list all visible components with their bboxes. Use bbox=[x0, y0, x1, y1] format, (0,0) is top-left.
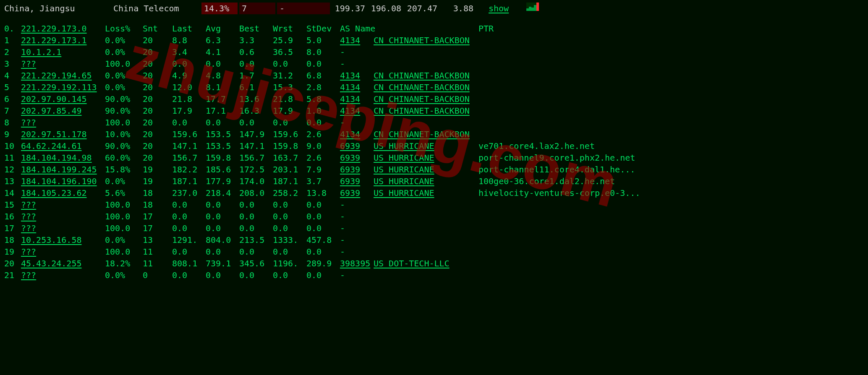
hop-as-name[interactable]: CN CHINANET-BACKBON bbox=[374, 93, 478, 105]
hop-as[interactable]: 398395 bbox=[340, 258, 374, 269]
hop-wrst: 187.1 bbox=[273, 175, 306, 187]
hop-as-name[interactable]: CN CHINANET-BACKBON bbox=[374, 81, 478, 93]
hop-snt: 20 bbox=[143, 152, 172, 164]
hop-avg: 17.1 bbox=[206, 105, 239, 117]
hop-snt: 20 bbox=[143, 128, 172, 140]
location-label: China, Jiangsu bbox=[4, 3, 113, 14]
hop-ip-link[interactable]: ??? bbox=[21, 211, 105, 222]
hop-as-name[interactable]: CN CHINANET-BACKBON bbox=[374, 70, 478, 81]
hop-as-name[interactable]: CN CHINANET-BACKBON bbox=[374, 105, 478, 117]
hop-ip-link[interactable]: ??? bbox=[21, 246, 105, 258]
hop-best: 6.1 bbox=[239, 81, 273, 93]
hop-as-name[interactable]: US HURRICANE bbox=[374, 175, 478, 187]
hop-last: 156.7 bbox=[172, 152, 206, 164]
hop-as[interactable]: 4134 bbox=[340, 81, 374, 93]
hop-ip-link[interactable]: 10.253.16.58 bbox=[21, 234, 105, 246]
hop-best: 213.5 bbox=[239, 234, 273, 246]
hop-ip-link[interactable]: 221.229.194.65 bbox=[21, 70, 105, 81]
col-avg: Avg bbox=[206, 23, 239, 34]
isp-label: China Telecom bbox=[113, 3, 201, 14]
hop-loss: 10.0% bbox=[105, 128, 143, 140]
hop-index: 21 bbox=[4, 269, 21, 281]
hop-wrst: 0.0 bbox=[273, 246, 306, 258]
hop-snt: 13 bbox=[143, 234, 172, 246]
hop-ip-link[interactable]: 202.97.85.49 bbox=[21, 105, 105, 117]
hop-ptr: 100ge0-36.core1.dal2.he.net bbox=[478, 175, 864, 187]
hop-index: 4 bbox=[4, 70, 21, 81]
col-wrst: Wrst bbox=[273, 23, 306, 34]
hop-ip-link[interactable]: 184.105.23.62 bbox=[21, 187, 105, 199]
hop-as-name[interactable]: CN CHINANET-BACKBON bbox=[374, 34, 478, 46]
hop-as-name[interactable]: CN CHINANET-BACKBON bbox=[374, 128, 478, 140]
hop-as[interactable]: 4134 bbox=[340, 128, 374, 140]
col-index: 0. bbox=[4, 23, 21, 34]
hop-ip-link[interactable]: ??? bbox=[21, 269, 105, 281]
hop-snt: 19 bbox=[143, 175, 172, 187]
hop-best: 345.6 bbox=[239, 258, 273, 269]
hop-ip-link[interactable]: 221.229.173.1 bbox=[21, 34, 105, 46]
hop-as[interactable]: 6939 bbox=[340, 187, 374, 199]
hop-stdev: 0.0 bbox=[306, 58, 340, 70]
hop-wrst: 0.0 bbox=[273, 117, 306, 128]
hop-row: 210.1.2.10.0%203.44.10.636.58.0- bbox=[4, 46, 864, 58]
hop-as[interactable]: 4134 bbox=[340, 93, 374, 105]
hop-as[interactable]: 6939 bbox=[340, 152, 374, 164]
hop-avg: 6.3 bbox=[206, 34, 239, 46]
hop-ptr: port-channel9.core1.phx2.he.net bbox=[478, 152, 864, 164]
hop-row: 2045.43.24.25518.2%11808.1739.1345.61196… bbox=[4, 258, 864, 269]
hop-as[interactable]: 6939 bbox=[340, 140, 374, 152]
hop-as[interactable]: 4134 bbox=[340, 105, 374, 117]
hop-ip-link[interactable]: 221.229.192.113 bbox=[21, 81, 105, 93]
hop-ip-link[interactable]: ??? bbox=[21, 58, 105, 70]
hop-as[interactable]: 6939 bbox=[340, 164, 374, 175]
hop-stdev: 2.8 bbox=[306, 81, 340, 93]
hop-as-name[interactable]: US DOT-TECH-LLC bbox=[374, 258, 478, 269]
hop-snt: 18 bbox=[143, 199, 172, 211]
hop-wrst: 1333. bbox=[273, 234, 306, 246]
hop-ip-link[interactable]: 64.62.244.61 bbox=[21, 140, 105, 152]
hop-index: 2 bbox=[4, 46, 21, 58]
hop-stdev: 6.8 bbox=[306, 70, 340, 81]
hop-as-name[interactable]: US HURRICANE bbox=[374, 187, 478, 199]
hop-ip-link[interactable]: ??? bbox=[21, 222, 105, 234]
summary-row: China, Jiangsu China Telecom 14.3% 7 - 1… bbox=[4, 3, 864, 14]
hop-last: 0.0 bbox=[172, 269, 206, 281]
hop-wrst: 163.7 bbox=[273, 152, 306, 164]
hop-best: 156.7 bbox=[239, 152, 273, 164]
hop-avg: 4.8 bbox=[206, 70, 239, 81]
hop-as-name[interactable]: US HURRICANE bbox=[374, 152, 478, 164]
hop-as[interactable]: 4134 bbox=[340, 34, 374, 46]
hop-as[interactable]: 4134 bbox=[340, 70, 374, 81]
hop-ip-link[interactable]: 202.97.90.145 bbox=[21, 93, 105, 105]
show-link[interactable]: show bbox=[489, 3, 518, 14]
hop-best: 208.0 bbox=[239, 187, 273, 199]
hop-snt: 19 bbox=[143, 164, 172, 175]
hop-ip-link[interactable]: 202.97.51.178 bbox=[21, 128, 105, 140]
hop-best: 147.1 bbox=[239, 140, 273, 152]
hop-loss: 0.0% bbox=[105, 46, 143, 58]
hop-ip-link[interactable]: ??? bbox=[21, 199, 105, 211]
hop-ip-link[interactable]: ??? bbox=[21, 117, 105, 128]
hop-as: - bbox=[340, 58, 374, 70]
hop-as[interactable]: 6939 bbox=[340, 175, 374, 187]
hop-row: 1810.253.16.580.0%131291.804.0213.51333.… bbox=[4, 234, 864, 246]
hop-as-name[interactable]: US HURRICANE bbox=[374, 140, 478, 152]
hop-stdev: 3.7 bbox=[306, 175, 340, 187]
hop-as: - bbox=[340, 269, 374, 281]
hop-ip-link[interactable]: 184.104.199.245 bbox=[21, 164, 105, 175]
hop-index: 14 bbox=[4, 187, 21, 199]
hop-ip-link[interactable]: 45.43.24.255 bbox=[21, 258, 105, 269]
col-ip[interactable]: 221.229.173.0 bbox=[21, 23, 105, 34]
hop-as: - bbox=[340, 46, 374, 58]
hop-wrst: 15.3 bbox=[273, 81, 306, 93]
hop-best: 0.0 bbox=[239, 246, 273, 258]
hop-ip-link[interactable]: 184.104.194.98 bbox=[21, 152, 105, 164]
hop-ip-link[interactable]: 10.1.2.1 bbox=[21, 46, 105, 58]
hop-avg: 0.0 bbox=[206, 211, 239, 222]
hop-as-name[interactable]: US HURRICANE bbox=[374, 164, 478, 175]
hop-stdev: 5.0 bbox=[306, 34, 340, 46]
hop-loss: 0.0% bbox=[105, 81, 143, 93]
sparkline-icon bbox=[526, 3, 539, 11]
hop-loss: 90.0% bbox=[105, 140, 143, 152]
hop-ip-link[interactable]: 184.104.196.190 bbox=[21, 175, 105, 187]
